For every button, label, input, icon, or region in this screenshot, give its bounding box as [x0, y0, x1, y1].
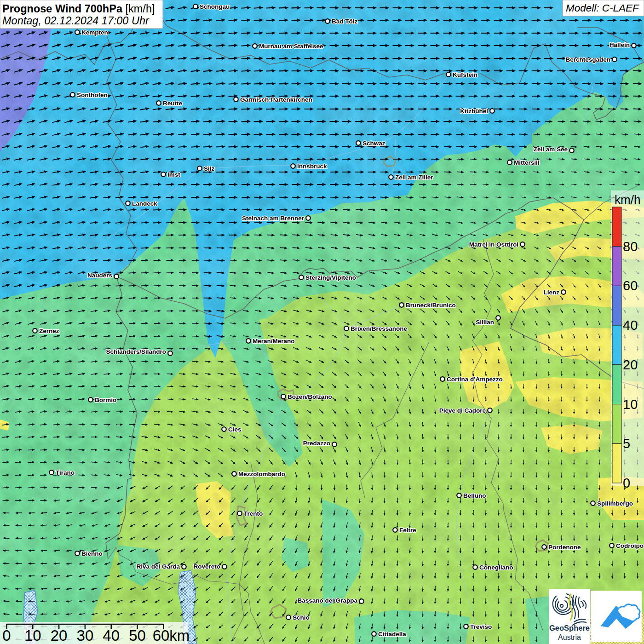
svg-text:Montag, 02.12.2024 17:00 Uhr: Montag, 02.12.2024 17:00 Uhr — [2, 15, 150, 27]
svg-text:60: 60 — [623, 278, 638, 293]
svg-text:Kufstein: Kufstein — [453, 71, 477, 78]
svg-text:km/h: km/h — [615, 193, 640, 207]
svg-text:Bienno: Bienno — [81, 550, 103, 557]
svg-text:Bormio: Bormio — [95, 397, 116, 403]
svg-text:20: 20 — [623, 357, 638, 372]
svg-text:Zell am Ziller: Zell am Ziller — [395, 174, 433, 181]
svg-text:Cortina d'Ampezzo: Cortina d'Ampezzo — [447, 376, 503, 383]
svg-text:Bruneck/Brunico: Bruneck/Brunico — [406, 302, 456, 309]
svg-text:Bad Tölz: Bad Tölz — [332, 18, 357, 25]
svg-text:Mezzolombardo: Mezzolombardo — [238, 471, 285, 477]
svg-text:Sillian: Sillian — [476, 319, 494, 326]
svg-text:Bassano del Grappa: Bassano del Grappa — [297, 597, 357, 604]
svg-text:Riva del Garda: Riva del Garda — [136, 563, 180, 570]
svg-text:Zernez: Zernez — [39, 328, 59, 334]
svg-text:30: 30 — [77, 627, 94, 644]
svg-text:Trento: Trento — [244, 510, 263, 517]
svg-text:Predazzo: Predazzo — [303, 440, 330, 447]
svg-text:Lienz: Lienz — [543, 289, 559, 296]
svg-text:Landeck: Landeck — [132, 200, 157, 207]
svg-text:Mittersill: Mittersill — [514, 159, 540, 166]
svg-text:Spilimbergo: Spilimbergo — [597, 500, 633, 507]
svg-text:60km: 60km — [153, 627, 190, 644]
svg-text:Sterzing/Vipiteno: Sterzing/Vipiteno — [305, 274, 356, 281]
svg-text:Sonthofen: Sonthofen — [77, 92, 108, 98]
svg-text:Schwaz: Schwaz — [362, 140, 385, 147]
svg-text:0: 0 — [623, 476, 630, 490]
svg-text:Rovereto: Rovereto — [193, 563, 220, 570]
svg-text:Pordenone: Pordenone — [548, 544, 581, 551]
svg-text:Imst: Imst — [167, 171, 180, 178]
svg-text:Tirano: Tirano — [56, 469, 75, 476]
svg-text:Schlanders/Silandro: Schlanders/Silandro — [106, 348, 166, 355]
svg-text:Belluno: Belluno — [463, 492, 486, 499]
svg-text:Steinach am Brenner: Steinach am Brenner — [242, 215, 305, 222]
svg-text:Schongau: Schongau — [200, 3, 230, 10]
svg-text:Brixen/Bressanone: Brixen/Bressanone — [351, 325, 408, 332]
svg-text:Cittadella: Cittadella — [378, 631, 406, 638]
svg-text:50: 50 — [129, 627, 146, 644]
svg-text:0: 0 — [2, 627, 11, 644]
svg-text:Prognose Wind 700hPa [km/h]: Prognose Wind 700hPa [km/h] — [2, 3, 155, 15]
svg-text:Reutte: Reutte — [163, 100, 182, 107]
svg-text:Matrei in Osttirol: Matrei in Osttirol — [469, 241, 518, 248]
svg-text:Silz: Silz — [204, 165, 215, 172]
svg-text:Hallein: Hallein — [610, 41, 630, 48]
svg-text:40: 40 — [103, 627, 120, 644]
svg-text:10: 10 — [24, 627, 41, 644]
svg-text:Garmisch-Partenkirchen: Garmisch-Partenkirchen — [240, 96, 312, 103]
svg-text:5: 5 — [623, 436, 630, 451]
svg-text:Kempten: Kempten — [81, 29, 108, 36]
svg-text:Codroipo: Codroipo — [616, 542, 644, 549]
svg-text:Cles: Cles — [228, 426, 242, 433]
svg-text:Modell: C-LAEF: Modell: C-LAEF — [566, 2, 639, 14]
svg-text:Schio: Schio — [293, 614, 310, 621]
svg-text:Bozen/Bolzano: Bozen/Bolzano — [288, 393, 332, 400]
svg-text:GeoSphere: GeoSphere — [549, 624, 590, 632]
svg-text:Conegliano: Conegliano — [479, 564, 513, 571]
svg-text:Feltre: Feltre — [399, 527, 416, 534]
svg-text:Berchtesgaden: Berchtesgaden — [565, 56, 610, 63]
svg-text:Murnau am Staffelsee: Murnau am Staffelsee — [259, 43, 323, 50]
svg-text:Meran/Merano: Meran/Merano — [253, 338, 295, 345]
svg-text:20: 20 — [51, 627, 68, 644]
svg-text:Treviso: Treviso — [470, 623, 492, 630]
svg-text:Nauders: Nauders — [87, 272, 112, 279]
svg-text:40: 40 — [623, 318, 638, 333]
svg-text:80: 80 — [623, 239, 638, 254]
svg-text:Kitzbühel: Kitzbühel — [460, 108, 488, 115]
svg-text:Zell am See: Zell am See — [534, 146, 568, 153]
svg-text:Pieve di Cadore: Pieve di Cadore — [439, 407, 486, 414]
svg-text:10: 10 — [623, 397, 638, 412]
svg-text:Austria: Austria — [558, 633, 581, 641]
svg-text:Innsbruck: Innsbruck — [297, 163, 327, 170]
